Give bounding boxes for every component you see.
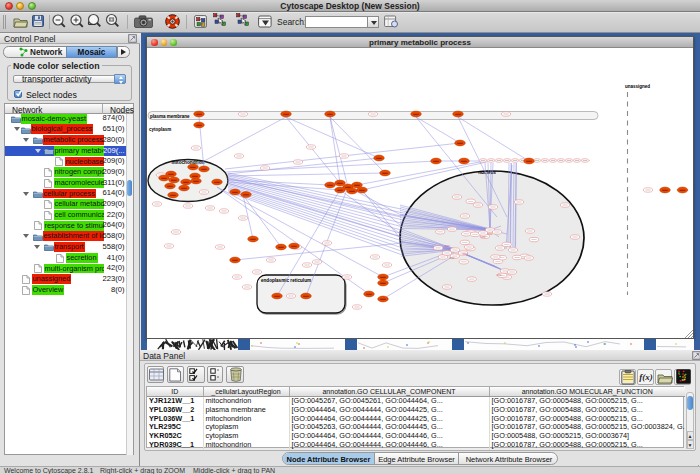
svg-text:unassigned: unassigned xyxy=(625,84,650,89)
svg-text:nucleus: nucleus xyxy=(478,170,496,175)
svg-text:cytoplasm: cytoplasm xyxy=(149,127,171,132)
svg-text:plasma membrane: plasma membrane xyxy=(150,114,190,119)
